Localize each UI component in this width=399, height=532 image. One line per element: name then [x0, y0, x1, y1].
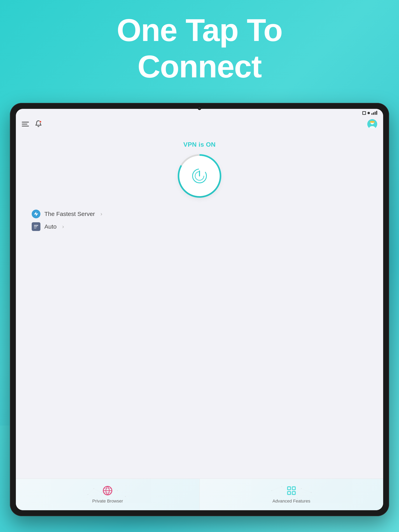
server-info: The Fastest Server › Auto ›	[28, 209, 371, 231]
fastest-server-label: The Fastest Server	[44, 211, 95, 217]
tab-private-browser[interactable]: Private Browser	[16, 479, 200, 510]
svg-rect-9	[34, 225, 38, 226]
status-icons	[362, 111, 377, 115]
svg-rect-4	[370, 122, 375, 123]
svg-line-32	[272, 487, 281, 491]
notification-dot	[39, 120, 42, 123]
protocol-icon	[32, 222, 40, 231]
power-ring-inner	[179, 156, 220, 196]
battery-icon	[362, 111, 366, 115]
status-bar	[16, 109, 383, 117]
tablet-device: VPN is ON	[10, 103, 389, 516]
advanced-features-label: Advanced Features	[272, 499, 310, 504]
svg-rect-11	[34, 228, 36, 228]
svg-marker-8	[34, 212, 38, 216]
svg-rect-10	[34, 226, 37, 227]
main-content: VPN is ON	[16, 133, 383, 479]
hamburger-icon[interactable]	[22, 122, 29, 127]
notifications-button[interactable]	[35, 120, 42, 128]
lightning-icon	[33, 211, 39, 217]
nav-left	[22, 120, 42, 128]
svg-line-20	[88, 489, 94, 494]
wifi-dot	[367, 112, 370, 114]
power-icon	[192, 168, 207, 184]
avatar-svg	[367, 119, 377, 129]
fastest-server-chevron: ›	[100, 211, 102, 217]
svg-point-17	[125, 496, 126, 497]
camera	[198, 107, 201, 110]
protocol-chevron: ›	[62, 223, 64, 230]
svg-rect-36	[288, 487, 290, 490]
private-browser-label: Private Browser	[92, 499, 123, 504]
nav-bar	[16, 117, 383, 133]
tablet-wrapper: VPN is ON	[10, 103, 389, 516]
grid-icon-wrapper	[286, 486, 297, 497]
grid-icon	[286, 486, 297, 496]
power-button[interactable]	[178, 154, 221, 198]
svg-rect-39	[292, 491, 295, 494]
signal-bars	[372, 111, 377, 115]
protocol-svg	[33, 224, 39, 229]
tab-advanced-features[interactable]: Advanced Features	[200, 479, 383, 510]
globe-icon-wrapper	[102, 486, 113, 497]
hero-title: One Tap To Connect	[0, 12, 399, 85]
power-ring	[178, 154, 221, 198]
svg-line-35	[301, 489, 311, 493]
fastest-server-row[interactable]: The Fastest Server ›	[32, 209, 367, 218]
protocol-row[interactable]: Auto ›	[32, 222, 367, 231]
vpn-status: VPN is ON	[183, 141, 216, 148]
protocol-label: Auto	[44, 223, 57, 230]
tablet-screen: VPN is ON	[16, 109, 383, 510]
svg-rect-38	[288, 491, 290, 494]
svg-rect-37	[292, 487, 295, 490]
globe-icon	[102, 486, 113, 496]
bottom-tab-bar: Private Browser	[16, 479, 383, 510]
user-avatar[interactable]	[367, 119, 377, 129]
svg-line-21	[94, 489, 102, 493]
fastest-server-icon	[32, 209, 40, 218]
